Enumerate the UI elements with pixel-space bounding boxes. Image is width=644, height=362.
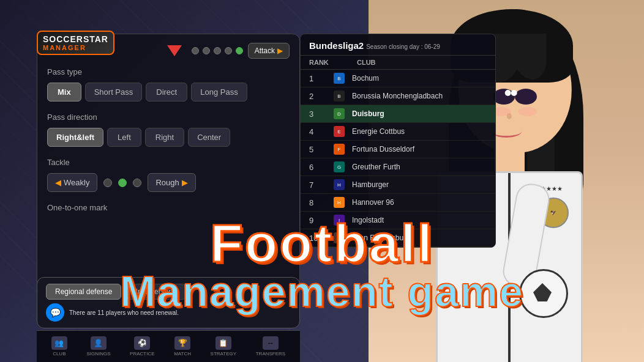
borussia-icon: B	[334, 90, 345, 102]
dot-2	[203, 47, 210, 54]
tackle-weakly-btn[interactable]: ◀ Weakly	[47, 173, 97, 192]
renewal-notice: There are 11 players who need renewal.	[69, 309, 179, 316]
bochum-icon: B	[334, 73, 345, 84]
ingolstadt-icon: I	[334, 215, 345, 226]
pass-direction-label: Pass direction	[47, 113, 290, 122]
bottom-bar: Regional defense Interpersona 💬 There ar…	[37, 277, 300, 328]
dot-5-active	[236, 47, 243, 54]
direction-rightleft[interactable]: Right&left	[47, 128, 103, 147]
jahn-icon: J	[334, 232, 345, 243]
pass-direction-section: Pass direction Right&left Left Right Cen…	[47, 113, 290, 147]
attack-button[interactable]: Attack ▶	[248, 43, 290, 59]
pass-type-long[interactable]: Long Pass	[191, 83, 247, 102]
bundesliga-col-headers: RANK CLUB	[301, 55, 495, 70]
direction-right[interactable]: Right	[145, 128, 184, 147]
team-row-2[interactable]: 2 B Borussia Monchengladbach	[301, 87, 495, 105]
tackle-rough-btn[interactable]: Rough ▶	[148, 173, 195, 192]
interpersonal-tab[interactable]: Interpersona	[126, 284, 185, 300]
duisburg-icon: D	[334, 108, 345, 119]
one-to-one-label: One-to-one mark	[47, 203, 290, 212]
tackle-dot-3	[133, 179, 141, 187]
tackle-dot-1	[103, 179, 112, 187]
one-to-one-section: One-to-one mark	[47, 203, 290, 212]
bundesliga-panel: Bundesliga2Season closing day : 06-29 RA…	[300, 34, 496, 248]
energie-icon: E	[334, 126, 345, 137]
team-row-7[interactable]: 7 H Hamburger	[301, 176, 495, 194]
pass-type-label: Pass type	[47, 67, 290, 76]
team-row-8[interactable]: 8 H Hannover 96	[301, 194, 495, 212]
tactical-panel: Tac... Attack ▶ Pass type Mix Short Pass…	[37, 34, 300, 290]
pass-type-mix[interactable]: Mix	[47, 83, 81, 102]
dot-3	[214, 47, 221, 54]
direction-center[interactable]: Center	[188, 128, 230, 147]
greuther-icon: G	[334, 161, 345, 172]
nav-item-transfers[interactable]: ↔ TRANSFERS	[256, 336, 285, 356]
nav-item-strategy[interactable]: 📋 STRATEGY	[211, 336, 237, 356]
logo-top-text: SOCCERSTAR	[43, 34, 108, 44]
nav-item-club[interactable]: 👥 CLUB	[51, 336, 67, 356]
team-row-10[interactable]: 10 J Jahn Regensburg	[301, 229, 495, 247]
dot-4	[225, 47, 232, 54]
tackle-section: Tackle ◀ Weakly Rough ▶	[47, 158, 290, 192]
hamburger-icon: H	[334, 179, 345, 190]
rank-col-header: RANK	[309, 59, 340, 66]
logo-bottom-text: MANAGER	[43, 44, 108, 51]
tackle-dot-2-active	[118, 179, 127, 187]
messenger-icon: 💬	[46, 303, 64, 322]
logo: SOCCERSTAR MANAGER	[37, 31, 114, 55]
bundesliga-header: Bundesliga2Season closing day : 06-29	[301, 34, 495, 55]
regional-defense-tab[interactable]: Regional defense	[46, 284, 121, 300]
hannover-icon: H	[334, 197, 345, 208]
bottom-nav: 👥 CLUB 👤 SIGNINGS ⚽ PRACTICE 🏆 MATCH 📋 S…	[37, 330, 300, 362]
tackle-label: Tackle	[47, 158, 290, 167]
down-arrow-icon	[167, 45, 182, 56]
bundesliga-title: Bundesliga2Season closing day : 06-29	[309, 40, 440, 51]
team-row-9[interactable]: 9 I Ingolstadt	[301, 212, 495, 229]
team-row-3-highlighted[interactable]: 3 D Duisburg	[301, 105, 495, 123]
dot-1	[192, 47, 199, 54]
pass-type-short[interactable]: Short Pass	[85, 83, 143, 102]
nav-item-match[interactable]: 🏆 MATCH	[174, 336, 191, 356]
pass-type-section: Pass type Mix Short Pass Direct Long Pas…	[47, 67, 290, 102]
team-row-6[interactable]: 6 G Greuther Furth	[301, 158, 495, 176]
direction-left[interactable]: Left	[107, 128, 141, 147]
pass-type-direct[interactable]: Direct	[146, 83, 187, 102]
team-row-1[interactable]: 1 B Bochum	[301, 70, 495, 87]
fortuna-icon: F	[334, 144, 345, 155]
team-row-4[interactable]: 4 E Energie Cottbus	[301, 123, 495, 141]
nav-item-practice[interactable]: ⚽ PRACTICE	[130, 336, 154, 356]
club-col-header: CLUB	[357, 59, 487, 66]
nav-item-signings[interactable]: 👤 SIGNINGS	[86, 336, 110, 356]
team-row-5[interactable]: 5 F Fortuna Dusseldorf	[301, 141, 495, 158]
